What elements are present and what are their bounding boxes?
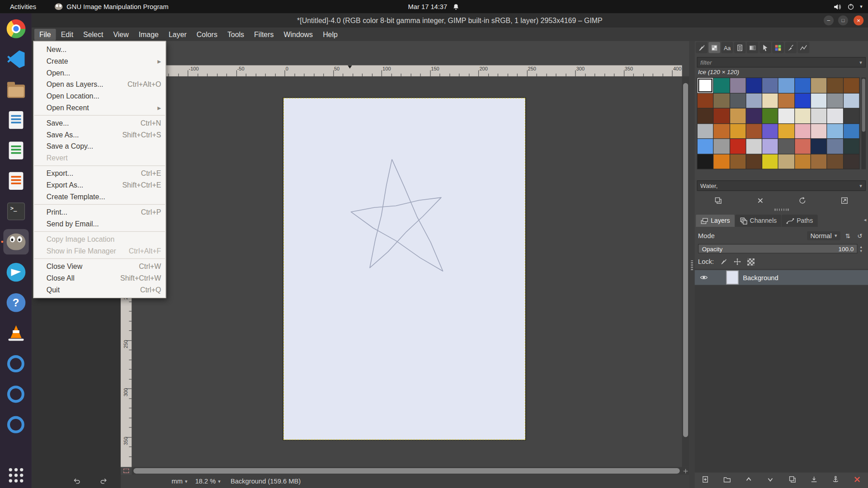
dock-splitter[interactable] bbox=[689, 41, 694, 488]
pattern-swatch[interactable] bbox=[827, 108, 843, 123]
pattern-swatch[interactable] bbox=[778, 93, 794, 108]
pattern-swatch[interactable] bbox=[795, 139, 811, 153]
file-menu-item-open-as-layers[interactable]: Open as Layers...Ctrl+Alt+O bbox=[34, 79, 165, 90]
file-menu-item-save-a-copy[interactable]: Save a Copy... bbox=[34, 141, 165, 152]
document-history-tab-icon[interactable] bbox=[734, 42, 746, 53]
pattern-swatch[interactable] bbox=[827, 139, 843, 153]
clock-menu[interactable]: Mar 17 14:37 bbox=[408, 0, 460, 13]
menu-image[interactable]: Image bbox=[134, 28, 164, 40]
tab-channels[interactable]: Channels bbox=[735, 215, 781, 227]
pattern-scrollbar-thumb[interactable] bbox=[862, 79, 865, 132]
mode-reset-button[interactable]: ↺ bbox=[855, 232, 865, 239]
pattern-swatch[interactable] bbox=[714, 139, 730, 153]
horizontal-ruler[interactable]: -100-50050100150200250300350400 bbox=[132, 65, 682, 76]
pattern-filter-input[interactable] bbox=[698, 59, 856, 66]
pattern-swatch[interactable] bbox=[730, 154, 746, 169]
visibility-eye-icon[interactable] bbox=[700, 273, 709, 282]
image-canvas[interactable] bbox=[283, 98, 525, 440]
menu-help[interactable]: Help bbox=[318, 28, 343, 40]
pattern-swatch[interactable] bbox=[811, 93, 827, 108]
pattern-swatch[interactable] bbox=[746, 78, 762, 93]
close-button[interactable]: × bbox=[854, 15, 863, 25]
pattern-swatch[interactable] bbox=[844, 139, 859, 153]
pattern-swatch[interactable] bbox=[827, 78, 843, 93]
pattern-swatch[interactable] bbox=[844, 93, 859, 108]
merge-layer-button[interactable] bbox=[807, 474, 821, 484]
file-menu-item-send-by-email[interactable]: Send by Email... bbox=[34, 218, 165, 230]
menu-file[interactable]: File bbox=[34, 28, 56, 40]
redo-button[interactable] bbox=[98, 475, 110, 487]
tool-presets-tab-icon[interactable] bbox=[760, 42, 771, 53]
pattern-swatch[interactable] bbox=[778, 108, 794, 123]
menu-view[interactable]: View bbox=[108, 28, 133, 40]
horizontal-scrollbar[interactable] bbox=[132, 467, 682, 474]
menu-colors[interactable]: Colors bbox=[192, 28, 222, 40]
file-menu-item-save-as[interactable]: Save As...Shift+Ctrl+S bbox=[34, 129, 165, 141]
chevron-down-icon[interactable]: ▾ bbox=[856, 183, 865, 188]
window-titlebar[interactable]: *[Untitled]-4.0 (RGB color 8-bit gamma i… bbox=[32, 13, 868, 28]
tab-paths[interactable]: Paths bbox=[782, 215, 817, 227]
menu-edit[interactable]: Edit bbox=[56, 28, 78, 40]
pattern-swatch[interactable] bbox=[714, 93, 730, 108]
pattern-swatch[interactable] bbox=[795, 124, 811, 138]
anchor-layer-button[interactable] bbox=[829, 474, 842, 484]
pattern-swatch[interactable] bbox=[811, 154, 827, 169]
pattern-swatch[interactable] bbox=[746, 124, 762, 138]
unit-select[interactable]: mm▾ bbox=[172, 478, 188, 485]
pattern-swatch[interactable] bbox=[827, 154, 843, 169]
lock-pixels-icon[interactable] bbox=[719, 257, 728, 266]
pattern-swatch[interactable] bbox=[762, 93, 778, 108]
image-viewport[interactable] bbox=[132, 76, 682, 467]
opacity-spinner[interactable]: ▴▾ bbox=[858, 244, 865, 253]
pattern-swatch[interactable] bbox=[795, 108, 811, 123]
launcher-vlc[interactable] bbox=[3, 320, 28, 346]
new-layer-button[interactable] bbox=[698, 474, 712, 484]
pattern-swatch[interactable] bbox=[714, 78, 730, 93]
delete-pattern-button[interactable] bbox=[754, 195, 767, 206]
lower-layer-button[interactable] bbox=[764, 474, 777, 484]
pattern-swatch[interactable] bbox=[698, 154, 713, 169]
horizontal-scrollbar-thumb[interactable] bbox=[133, 468, 680, 474]
mode-switch-group-button[interactable]: ⇅ bbox=[843, 232, 853, 239]
menu-tools[interactable]: Tools bbox=[222, 28, 249, 40]
navigation-preview-button[interactable] bbox=[682, 467, 689, 474]
duplicate-layer-button[interactable] bbox=[786, 474, 799, 484]
launcher-telegram[interactable] bbox=[3, 259, 28, 285]
show-applications-button[interactable] bbox=[3, 459, 28, 484]
pattern-swatch[interactable] bbox=[714, 108, 730, 123]
pattern-swatch[interactable] bbox=[762, 124, 778, 138]
pattern-swatch[interactable] bbox=[811, 139, 827, 153]
pattern-swatch[interactable] bbox=[730, 93, 746, 108]
file-menu-item-create[interactable]: Create▸ bbox=[34, 55, 165, 67]
pattern-swatch[interactable] bbox=[730, 78, 746, 93]
launcher-terminal[interactable] bbox=[3, 199, 28, 224]
mypaint-brushes-tab-icon[interactable] bbox=[785, 42, 797, 53]
file-menu-item-export[interactable]: Export...Ctrl+E bbox=[34, 168, 165, 179]
dock-grip-icon[interactable] bbox=[774, 209, 788, 211]
file-menu-item-save[interactable]: Save...Ctrl+N bbox=[34, 117, 165, 129]
patterns-tab-icon[interactable] bbox=[708, 42, 720, 53]
pattern-swatch[interactable] bbox=[746, 154, 762, 169]
pattern-swatch[interactable] bbox=[778, 78, 794, 93]
refresh-patterns-button[interactable] bbox=[796, 195, 809, 206]
lock-alpha-icon[interactable] bbox=[746, 257, 755, 266]
lock-position-icon[interactable] bbox=[733, 257, 742, 266]
launcher-impress[interactable] bbox=[3, 168, 28, 193]
tab-layers[interactable]: Layers bbox=[696, 215, 734, 227]
pattern-swatch[interactable] bbox=[762, 108, 778, 123]
duplicate-pattern-button[interactable] bbox=[711, 195, 724, 206]
pattern-swatch[interactable] bbox=[795, 78, 811, 93]
tab-menu-icon[interactable]: ◂ bbox=[864, 217, 867, 222]
pattern-swatch[interactable] bbox=[698, 93, 713, 108]
paint-dynamics-tab-icon[interactable] bbox=[797, 42, 809, 53]
menu-filters[interactable]: Filters bbox=[249, 28, 278, 40]
quick-mask-toggle[interactable] bbox=[121, 467, 132, 474]
mode-select[interactable]: Normal▾ bbox=[807, 231, 840, 240]
undo-button[interactable] bbox=[71, 475, 83, 487]
launcher-blue-app-1[interactable] bbox=[3, 351, 28, 376]
file-menu-item-open-location[interactable]: Open Location... bbox=[34, 90, 165, 102]
launcher-blue-app-2[interactable] bbox=[3, 381, 28, 407]
pattern-swatch[interactable] bbox=[811, 124, 827, 138]
launcher-help[interactable] bbox=[3, 290, 28, 315]
file-menu-item-export-as[interactable]: Export As...Shift+Ctrl+E bbox=[34, 179, 165, 191]
